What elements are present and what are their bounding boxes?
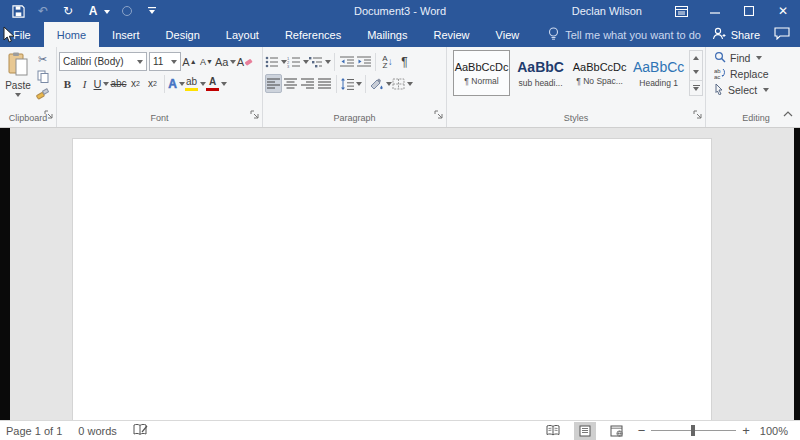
superscript-button[interactable]: x2 xyxy=(144,74,161,93)
font-color-button[interactable]: A xyxy=(206,74,227,93)
replace-icon: abac xyxy=(714,67,726,81)
format-painter-button[interactable] xyxy=(34,86,51,101)
replace-button[interactable]: abac Replace xyxy=(714,66,798,82)
svg-text:ab: ab xyxy=(714,68,721,74)
justify-button[interactable] xyxy=(316,74,333,93)
web-layout-icon[interactable] xyxy=(606,422,628,440)
styles-gallery-more-icon[interactable] xyxy=(690,80,702,95)
copy-button[interactable] xyxy=(34,69,51,84)
multilevel-list-button[interactable] xyxy=(309,52,331,71)
bullets-button[interactable] xyxy=(265,52,287,71)
close-button[interactable]: ✕ xyxy=(766,0,800,22)
chevron-down-icon xyxy=(325,60,331,64)
redo-icon[interactable]: ↻ xyxy=(60,3,76,19)
style-normal[interactable]: AaBbCcDc ¶ Normal xyxy=(453,50,510,96)
styles-scroll-down-icon[interactable] xyxy=(690,65,702,79)
clear-formatting-button[interactable]: A xyxy=(236,52,253,71)
cut-button[interactable]: ✂ xyxy=(34,52,51,67)
text-effects-button[interactable]: A xyxy=(168,74,185,93)
maximize-button[interactable] xyxy=(732,0,766,22)
paragraph-dialog-launcher-icon[interactable] xyxy=(434,105,443,123)
zoom-slider-thumb[interactable] xyxy=(691,425,695,436)
read-mode-icon[interactable] xyxy=(542,422,564,440)
chevron-down-icon xyxy=(15,93,21,97)
decrease-indent-button[interactable] xyxy=(338,52,355,71)
svg-text:ac: ac xyxy=(714,74,720,79)
align-center-button[interactable] xyxy=(282,74,299,93)
shading-button[interactable] xyxy=(369,74,392,93)
print-layout-icon[interactable] xyxy=(574,422,596,440)
separator xyxy=(164,75,165,93)
proofing-icon[interactable] xyxy=(133,424,148,438)
increase-indent-button[interactable] xyxy=(355,52,372,71)
tab-view[interactable]: View xyxy=(483,22,533,47)
page-count[interactable]: Page 1 of 1 xyxy=(6,425,62,437)
chevron-down-icon xyxy=(137,60,143,64)
clipboard-dialog-launcher-icon[interactable] xyxy=(44,105,53,123)
chevron-down-icon xyxy=(103,82,109,86)
find-button[interactable]: Find xyxy=(714,50,798,66)
tab-references[interactable]: References xyxy=(272,22,354,47)
borders-button[interactable] xyxy=(392,74,413,93)
chevron-down-icon xyxy=(221,82,227,86)
text-highlight-button[interactable]: ab xyxy=(185,74,206,93)
share-button[interactable]: Share xyxy=(712,27,760,42)
font-dialog-launcher-icon[interactable] xyxy=(250,105,259,123)
italic-button[interactable]: I xyxy=(76,74,93,93)
tab-layout[interactable]: Layout xyxy=(213,22,272,47)
font-size-combo[interactable]: 11 xyxy=(149,52,181,71)
collapse-ribbon-icon[interactable] xyxy=(783,103,793,121)
customize-qat-icon[interactable] xyxy=(144,3,160,19)
document-page[interactable] xyxy=(72,138,712,420)
select-button[interactable]: Select xyxy=(714,82,798,98)
strikethrough-button[interactable]: abc xyxy=(110,74,127,93)
style-no-spacing[interactable]: AaBbCcDc ¶ No Spac... xyxy=(571,50,628,96)
numbering-button[interactable]: 123 xyxy=(287,52,309,71)
tab-review[interactable]: Review xyxy=(421,22,483,47)
tab-insert[interactable]: Insert xyxy=(99,22,153,47)
group-clipboard: Paste ✂ Clipboard xyxy=(0,47,57,127)
change-case-button[interactable]: Aa xyxy=(215,52,236,71)
comments-icon[interactable] xyxy=(774,27,790,42)
styles-group-label: Styles xyxy=(449,112,703,127)
tabrow-right: Share xyxy=(712,22,800,47)
tab-design[interactable]: Design xyxy=(153,22,213,47)
zoom-in-button[interactable]: + xyxy=(742,423,750,438)
mouse-cursor xyxy=(3,26,16,48)
line-spacing-button[interactable] xyxy=(340,74,362,93)
align-right-button[interactable] xyxy=(299,74,316,93)
styles-dialog-launcher-icon[interactable] xyxy=(693,105,702,123)
lightbulb-icon xyxy=(548,27,559,43)
sort-button[interactable]: AZ ↓ xyxy=(379,52,396,71)
zoom-slider: − + xyxy=(638,423,750,438)
minimize-button[interactable] xyxy=(698,0,732,22)
chevron-down-icon xyxy=(763,88,769,92)
font-name-combo[interactable]: Calibri (Body) xyxy=(59,52,147,71)
style-heading-1[interactable]: AaBbCc Heading 1 xyxy=(630,50,687,96)
underline-button[interactable]: U xyxy=(93,74,110,93)
bold-button[interactable]: B xyxy=(59,74,76,93)
zoom-out-button[interactable]: − xyxy=(638,423,646,438)
ribbon-display-options-icon[interactable] xyxy=(664,0,698,22)
word-count[interactable]: 0 words xyxy=(78,425,117,437)
find-label: Find xyxy=(730,52,750,64)
align-left-button[interactable] xyxy=(265,74,282,93)
save-icon[interactable] xyxy=(10,3,26,19)
separator xyxy=(334,53,335,71)
tab-mailings[interactable]: Mailings xyxy=(354,22,420,47)
font-style-icon[interactable]: A xyxy=(85,3,101,19)
signed-in-user[interactable]: Declan Wilson xyxy=(572,5,642,17)
chevron-down-icon[interactable] xyxy=(104,7,110,16)
paste-button[interactable]: Paste xyxy=(2,50,34,101)
tell-me-box[interactable]: Tell me what you want to do xyxy=(548,22,701,47)
zoom-slider-track[interactable] xyxy=(651,430,736,431)
shrink-font-button[interactable]: A▼ xyxy=(198,52,215,71)
tab-home[interactable]: Home xyxy=(44,22,99,47)
zoom-level[interactable]: 100% xyxy=(760,425,788,437)
style-sub-heading[interactable]: AaBbC sub headi... xyxy=(512,50,569,96)
subscript-button[interactable]: x2 xyxy=(127,74,144,93)
chevron-down-icon xyxy=(356,82,362,86)
styles-scroll-up-icon[interactable] xyxy=(690,51,702,65)
grow-font-button[interactable]: A▲ xyxy=(181,52,198,71)
show-hide-pilcrow-button[interactable]: ¶ xyxy=(396,52,413,71)
